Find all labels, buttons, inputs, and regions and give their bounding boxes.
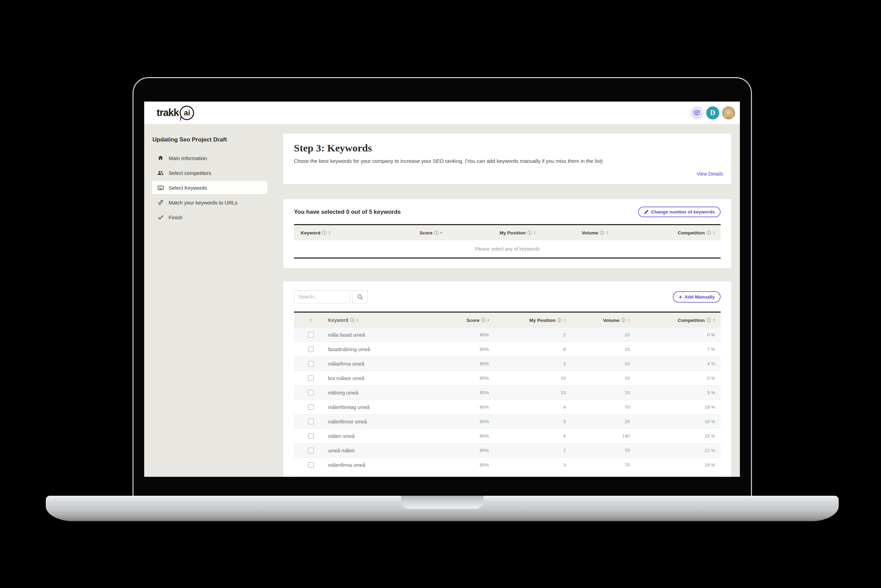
score-cell: 90% [439,361,494,366]
info-icon: ⓘ [322,231,327,235]
info-icon: ⓘ [600,231,604,235]
table-row: måla fasad umeå 90% 2 10 0 % [294,328,721,342]
sidebar-item-select-keywords[interactable]: Select Keywords [152,181,267,194]
user-avatar[interactable] [722,106,735,120]
table-row: måleri umeå 90% 4 140 15 % [294,429,721,443]
column-header-score[interactable]: Score ⓘ ▾ [439,318,494,323]
sort-icon: ▲▼ [533,231,536,235]
sort-icon: ▲▼ [713,318,715,322]
sidebar-item-label: Select Keywords [169,185,207,191]
position-cell: 2 [494,448,571,453]
competition-cell: 4 % [635,361,721,366]
sort-icon: ▲▼ [328,231,331,235]
column-header-keyword[interactable]: Keyword ⓘ ▲▼ [328,317,439,323]
column-header-volume[interactable]: Volume ⓘ ▲▼ [571,318,635,323]
avatar-image [722,106,735,120]
volume-cell: 10 [571,361,635,366]
column-header-my-position[interactable]: My Position ⓘ ▲▼ [494,318,571,323]
keyword-cell: målning umeå [328,390,439,396]
row-checkbox[interactable] [308,462,314,468]
analytics-badge-icon[interactable] [690,106,703,120]
selected-keywords-table: Keyword ⓘ ▲▼ Score ⓘ ▾ My Position ⓘ [294,224,721,258]
score-cell: 90% [439,332,494,338]
position-cell: 6 [494,346,571,352]
competition-cell: 15 % [635,434,721,439]
d-badge-icon[interactable]: D [706,106,719,120]
plus-icon: + [679,294,682,300]
row-checkbox[interactable] [308,375,314,381]
d-badge-letter: D [710,108,715,117]
position-cell: 2 [494,332,571,338]
competition-cell: 19 % [635,405,721,410]
keyword-cell: fasadmålning umeå [328,346,439,352]
row-checkbox[interactable] [308,332,314,338]
table-row: målarfirma umeå 90% 3 10 4 % [294,357,721,371]
link-icon [157,200,164,206]
row-checkbox[interactable] [308,346,314,352]
sidebar-item-label: Select competitors [169,170,211,176]
sidebar-item-select-competitors[interactable]: Select competitors [152,166,267,179]
column-header-keyword[interactable]: Keyword ⓘ ▲▼ [294,230,388,236]
volume-cell: 70 [571,448,635,453]
row-checkbox[interactable] [308,361,314,367]
add-manually-button[interactable]: + Add Manually [673,291,721,303]
trakk-ai-logo[interactable]: trakkai [157,106,194,120]
column-header-score[interactable]: Score ⓘ ▾ [388,230,448,236]
keyword-cell: umeå måleri [328,448,439,453]
sidebar-item-label: Finish [169,214,183,220]
column-header-volume[interactable]: Volume ⓘ ▲▼ [541,230,614,236]
column-header-my-position[interactable]: My Position ⓘ ▲▼ [447,230,541,236]
column-header-competition[interactable]: Competition ⓘ ▲▼ [614,230,721,236]
competition-cell: 12 % [635,448,721,453]
volume-cell: 10 [571,376,635,381]
competition-cell: 7 % [635,346,721,352]
volume-cell: 10 [571,346,635,352]
table-row: målerifirmor umeå 90% 3 20 10 % [294,414,721,429]
sidebar-item-label: Main Information [169,155,207,161]
volume-cell: 10 [571,332,635,338]
table-row: målerifirma umeå 90% 3 70 19 % [294,458,721,472]
keyboard-icon [157,185,164,191]
info-icon: ⓘ [350,318,355,322]
info-icon: ⓘ [557,318,562,322]
sort-icon: ▲▼ [310,318,312,322]
sidebar-item-main-information[interactable]: Main Information [152,152,267,165]
row-checkbox[interactable] [308,433,314,439]
column-header-select[interactable]: ▲▼ [294,318,328,322]
row-checkbox[interactable] [308,404,314,410]
project-title: Updating Seo Project Draft [153,136,275,143]
info-icon: ⓘ [527,231,532,235]
keyword-cell: målerifirma umeå [328,462,439,468]
row-checkbox[interactable] [308,390,314,396]
sidebar-item-finish[interactable]: Finish [152,211,267,224]
search-input[interactable] [294,290,351,303]
app-body: Updating Seo Project Draft Main Informat… [144,124,740,477]
empty-selection-message: Please select any of keywords [294,240,721,258]
table-row: måleriföretag umeå 90% 4 70 19 % [294,400,721,414]
info-icon: ⓘ [434,231,439,235]
keyword-cell: måleriföretag umeå [328,405,439,410]
volume-cell: 70 [571,405,635,410]
sidebar: Updating Seo Project Draft Main Informat… [144,124,275,477]
table-row: bra målare umeå 90% 10 10 0 % [294,371,721,386]
sort-icon: ▲▼ [713,231,715,235]
column-header-competition[interactable]: Competition ⓘ ▲▼ [635,318,721,323]
keywords-table: ▲▼ Keyword ⓘ ▲▼ Score ⓘ ▾ [294,312,721,477]
competition-cell: 3 % [635,390,721,395]
row-checkbox[interactable] [308,447,314,453]
score-cell: 90% [439,448,494,453]
sidebar-item-label: Match your keywords to URLs [169,200,237,206]
change-number-of-keywords-button[interactable]: Change number of keywords [638,207,721,217]
table-row: fasadmålning umeå 90% 6 10 7 % [294,342,721,357]
row-checkbox[interactable] [308,418,314,424]
volume-cell: 140 [571,434,635,439]
search-button[interactable] [352,290,367,303]
volume-cell: 70 [571,462,635,468]
sidebar-item-match-keywords-urls[interactable]: Match your keywords to URLs [152,196,267,209]
logo-ai-circle-icon: ai [180,106,194,120]
position-cell: 3 [494,419,571,424]
sort-desc-icon: ▾ [487,319,489,322]
table-row: umeå måleri 90% 2 70 12 % [294,443,721,458]
view-details-link[interactable]: View Details [697,171,723,177]
position-cell: 10 [494,376,571,381]
